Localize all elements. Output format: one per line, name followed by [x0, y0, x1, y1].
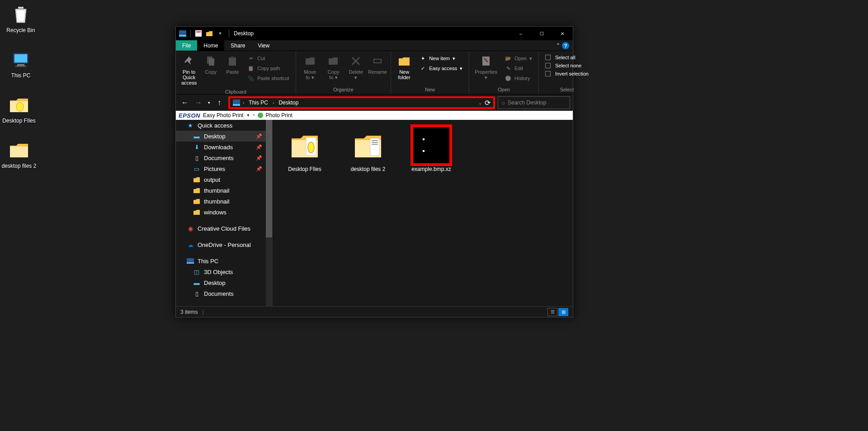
svg-rect-23: [372, 140, 378, 141]
nav-this-pc[interactable]: This PC: [176, 256, 272, 266]
qat-newfolder-icon[interactable]: [204, 28, 214, 38]
maximize-button[interactable]: ☐: [531, 27, 552, 40]
paste-button[interactable]: Paste: [222, 53, 243, 76]
open-icon: 📂: [505, 55, 512, 62]
copy-path-button[interactable]: 📋Copy path: [245, 64, 291, 73]
green-dot-icon: [258, 113, 263, 118]
pictures-icon: ▭: [193, 165, 200, 172]
history-icon: 🕑: [505, 75, 512, 82]
tab-share[interactable]: Share: [224, 40, 251, 51]
separator: [190, 29, 191, 38]
tab-home[interactable]: Home: [197, 40, 224, 51]
qat-properties-icon[interactable]: [193, 28, 203, 38]
epson-photo-print[interactable]: Photo Print: [266, 112, 292, 118]
invert-selection-button[interactable]: Invert selection: [543, 70, 590, 77]
nav-onedrive[interactable]: ☁OneDrive - Personal: [176, 239, 272, 250]
download-icon: ⬇: [193, 143, 200, 151]
properties-button[interactable]: Properties ▾: [472, 53, 500, 81]
pin-icon: [182, 54, 196, 68]
epson-easy-print[interactable]: Easy Photo Print: [203, 112, 243, 118]
file-item-desktop-files-2[interactable]: desktop files 2: [343, 127, 393, 172]
minimize-button[interactable]: –: [510, 27, 531, 40]
group-caption: New: [391, 86, 469, 94]
copy-path-icon: 📋: [247, 65, 255, 72]
desktop-icon-desktop-files-2[interactable]: desktop files 2: [1, 139, 37, 169]
desktop-icon-this-pc[interactable]: This PC: [4, 49, 38, 79]
nav-pictures[interactable]: ▭Pictures📌: [176, 163, 272, 174]
nav-documents-2[interactable]: ▯Documents: [176, 288, 272, 299]
tab-file[interactable]: File: [176, 40, 197, 51]
search-input[interactable]: ⌕ Search Desktop: [498, 96, 570, 109]
back-button[interactable]: ←: [179, 96, 191, 109]
svg-rect-24: [372, 142, 378, 143]
new-folder-icon: [397, 54, 411, 68]
copy-button[interactable]: Copy: [200, 53, 221, 76]
nav-desktop-2[interactable]: ▬Desktop: [176, 277, 272, 288]
breadcrumb-this-pc[interactable]: This PC: [247, 99, 270, 106]
new-folder-button[interactable]: New folder: [394, 53, 415, 81]
desktop-icon-recycle-bin[interactable]: Recycle Bin: [4, 4, 38, 33]
qat-dropdown-icon[interactable]: ▼: [215, 28, 225, 38]
ribbon-collapse-icon[interactable]: ⌃: [556, 43, 560, 48]
nav-thumbnail-2[interactable]: thumbnail: [176, 196, 272, 207]
select-all-button[interactable]: Select all: [543, 54, 590, 61]
svg-point-5: [16, 102, 24, 111]
copy-to-button[interactable]: Copy to ▾: [322, 53, 344, 81]
desktop-icon-desktop-files[interactable]: Desktop FIles: [1, 94, 37, 124]
nav-quick-access[interactable]: ★Quick access: [176, 120, 272, 131]
svg-text:7z: 7z: [428, 142, 435, 149]
history-button[interactable]: 🕑History: [503, 74, 534, 83]
file-item-desktop-files[interactable]: Desktop FIles: [280, 127, 330, 172]
desktop-icon: ▬: [193, 133, 200, 140]
file-item-example-bmp-xz[interactable]: 7z example.bmp.xz: [406, 127, 456, 172]
titlebar: ▼ Desktop – ☐ ✕: [176, 27, 573, 40]
desktop-icon-label: Desktop FIles: [1, 118, 37, 124]
rename-button[interactable]: Rename: [367, 53, 388, 76]
nav-creative-cloud[interactable]: ◉Creative Cloud Files: [176, 223, 272, 234]
delete-button[interactable]: Delete ▾: [345, 53, 366, 81]
group-caption: Open: [469, 86, 538, 94]
paste-shortcut-button[interactable]: 📎Paste shortcut: [245, 74, 291, 83]
svg-rect-12: [229, 57, 236, 66]
close-button[interactable]: ✕: [552, 27, 573, 40]
open-button[interactable]: 📂Open ▾: [503, 54, 534, 63]
nav-output[interactable]: output: [176, 174, 272, 185]
select-none-button[interactable]: Select none: [543, 62, 590, 69]
new-item-button[interactable]: ✦New item ▾: [417, 54, 464, 63]
address-bar[interactable]: › This PC › Desktop ⌄ ⟳: [228, 96, 495, 109]
nav-downloads[interactable]: ⬇Downloads📌: [176, 142, 272, 152]
content-pane[interactable]: Desktop FIles desktop files 2 7z example…: [273, 120, 573, 306]
address-dropdown-icon[interactable]: ⌄: [478, 100, 482, 105]
svg-rect-2: [14, 54, 27, 62]
svg-rect-13: [231, 57, 234, 58]
up-button[interactable]: ↑: [213, 96, 226, 109]
nav-thumbnail-1[interactable]: thumbnail: [176, 185, 272, 196]
chevron-right-icon[interactable]: ›: [273, 100, 274, 105]
paste-shortcut-icon: 📎: [247, 75, 255, 82]
nav-3d-objects[interactable]: ◫3D Objects: [176, 266, 272, 277]
breadcrumb-desktop[interactable]: Desktop: [277, 99, 300, 106]
nav-scrollbar[interactable]: [266, 120, 272, 306]
help-icon[interactable]: ?: [562, 42, 569, 49]
refresh-button[interactable]: ⟳: [485, 99, 491, 107]
details-view-button[interactable]: ☰: [547, 308, 557, 316]
cut-button[interactable]: ✂Cut: [245, 54, 291, 63]
easy-access-button[interactable]: ✓Easy access ▾: [417, 64, 464, 73]
icons-view-button[interactable]: ▦: [558, 308, 568, 316]
scrollbar-thumb[interactable]: [266, 120, 272, 237]
ribbon-group-clipboard: Pin to Quick access Copy Paste ✂Cut 📋Cop…: [176, 51, 296, 94]
nav-windows[interactable]: windows: [176, 207, 272, 218]
nav-desktop[interactable]: ▬Desktop📌: [176, 131, 272, 142]
chevron-right-icon[interactable]: ›: [243, 100, 244, 105]
forward-button[interactable]: →: [192, 96, 205, 109]
dropdown-icon[interactable]: ▼: [246, 113, 250, 118]
edit-icon: ✎: [505, 65, 512, 72]
edit-button[interactable]: ✎Edit: [503, 64, 534, 73]
recycle-bin-icon: [10, 4, 32, 25]
move-to-button[interactable]: Move to ▾: [299, 53, 321, 81]
pin-quick-access-button[interactable]: Pin to Quick access: [179, 53, 199, 86]
app-icon[interactable]: [178, 28, 188, 38]
tab-view[interactable]: View: [251, 40, 276, 51]
nav-documents[interactable]: ▯Documents📌: [176, 152, 272, 163]
recent-dropdown-icon[interactable]: ▾: [206, 96, 212, 109]
